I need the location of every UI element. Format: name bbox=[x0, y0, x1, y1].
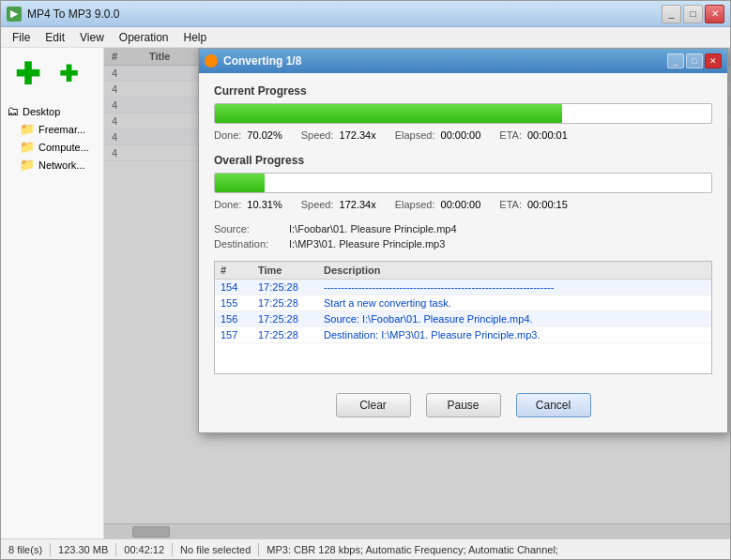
menu-help[interactable]: Help bbox=[176, 29, 215, 46]
log-col-desc: Description bbox=[324, 265, 706, 276]
status-file-size: 123.30 MB bbox=[58, 544, 108, 555]
add-folder-icon: ✚ bbox=[59, 63, 78, 85]
current-done-value: 70.02% bbox=[247, 129, 282, 141]
log-time: 17:25:28 bbox=[258, 281, 324, 293]
overall-progress-info: Done: 10.31% Speed: 172.34x Elapsed: 00:… bbox=[214, 199, 712, 210]
dialog-maximize-button[interactable]: □ bbox=[686, 53, 703, 68]
close-button[interactable]: ✕ bbox=[705, 5, 724, 23]
tree-label-computer: Compute... bbox=[38, 142, 89, 153]
tree-label-freeman: Freemar... bbox=[38, 124, 85, 135]
source-row: Source: I:\Foobar\01. Pleasure Principle… bbox=[214, 223, 712, 235]
log-desc: ----------------------------------------… bbox=[324, 281, 706, 293]
current-progress-bar bbox=[214, 103, 712, 124]
maximize-button[interactable]: □ bbox=[683, 5, 703, 23]
status-file-count: 8 file(s) bbox=[8, 544, 42, 555]
menu-bar: File Edit View Operation Help bbox=[1, 27, 730, 48]
folder-icon-network: 📁 bbox=[20, 158, 35, 172]
current-progress-fill bbox=[215, 104, 562, 123]
current-speed-value: 172.34x bbox=[340, 129, 376, 141]
current-eta: ETA: 00:00:01 bbox=[499, 129, 567, 141]
log-num: 155 bbox=[221, 297, 258, 309]
current-elapsed-value: 00:00:00 bbox=[441, 129, 481, 141]
dialog-body: Current Progress Done: 70.02% Speed: bbox=[199, 73, 727, 432]
current-progress-info: Done: 70.02% Speed: 172.34x Elapsed: 00:… bbox=[214, 129, 712, 141]
log-row-154: 154 17:25:28 ---------------------------… bbox=[215, 280, 711, 295]
log-header: # Time Description bbox=[215, 262, 711, 280]
clear-button[interactable]: Clear bbox=[336, 393, 411, 417]
log-time: 17:25:28 bbox=[258, 313, 324, 325]
add-file-button[interactable]: ✚ bbox=[8, 55, 46, 93]
menu-file[interactable]: File bbox=[5, 29, 38, 46]
dialog-minimize-button[interactable]: _ bbox=[667, 53, 684, 68]
dialog-title-bar: Converting 1/8 _ □ ✕ bbox=[199, 49, 727, 73]
menu-edit[interactable]: Edit bbox=[38, 29, 72, 46]
app-icon: ▶ bbox=[7, 7, 22, 22]
overall-speed-value: 172.34x bbox=[340, 199, 376, 210]
tree-item-computer[interactable]: 📁 Compute... bbox=[5, 138, 99, 156]
menu-view[interactable]: View bbox=[72, 29, 112, 46]
log-time: 17:25:28 bbox=[258, 329, 324, 341]
log-num: 157 bbox=[221, 329, 258, 341]
source-dest-section: Source: I:\Foobar\01. Pleasure Principle… bbox=[214, 223, 712, 250]
dialog-title-icon bbox=[205, 54, 218, 68]
destination-value: I:\MP3\01. Pleasure Principle.mp3 bbox=[289, 238, 445, 250]
tree-item-network[interactable]: 📁 Network... bbox=[5, 156, 99, 174]
log-num: 156 bbox=[221, 313, 258, 325]
log-col-num: # bbox=[221, 265, 258, 276]
status-duration: 00:42:12 bbox=[124, 544, 164, 555]
log-desc: Destination: I:\MP3\01. Pleasure Princip… bbox=[324, 329, 706, 341]
main-window-controls: _ □ ✕ bbox=[662, 5, 724, 23]
current-speed: Speed: 172.34x bbox=[301, 129, 376, 141]
current-eta-value: 00:00:01 bbox=[527, 129, 568, 141]
status-separator bbox=[258, 543, 259, 556]
source-label: Source: bbox=[214, 223, 289, 235]
minimize-button[interactable]: _ bbox=[662, 5, 681, 23]
status-separator bbox=[115, 543, 116, 556]
cancel-button[interactable]: Cancel bbox=[516, 393, 591, 417]
tree-label-network: Network... bbox=[38, 159, 85, 171]
status-separator bbox=[172, 543, 173, 556]
menu-operation[interactable]: Operation bbox=[112, 29, 176, 46]
status-format: MP3: CBR 128 kbps; Automatic Frequency; … bbox=[267, 544, 558, 555]
overall-eta-value: 00:00:15 bbox=[527, 199, 568, 210]
log-col-time: Time bbox=[258, 265, 324, 276]
overall-progress-fill bbox=[215, 174, 265, 192]
tree-item-desktop[interactable]: 🗂 Desktop bbox=[5, 102, 99, 120]
log-row-155: 155 17:25:28 Start a new converting task… bbox=[215, 295, 711, 311]
log-body: 154 17:25:28 ---------------------------… bbox=[215, 280, 711, 373]
overall-progress-label: Overall Progress bbox=[214, 154, 712, 167]
log-row-157: 157 17:25:28 Destination: I:\MP3\01. Ple… bbox=[215, 327, 711, 343]
tree-label-desktop: Desktop bbox=[23, 106, 60, 117]
overall-elapsed-value: 00:00:00 bbox=[441, 199, 481, 210]
dialog-buttons: Clear Pause Cancel bbox=[214, 386, 712, 421]
folder-icon: 🗂 bbox=[7, 104, 19, 118]
current-elapsed: Elapsed: 00:00:00 bbox=[395, 129, 481, 141]
tree-item-freeman[interactable]: 📁 Freemar... bbox=[5, 120, 99, 138]
status-selected-file: No file selected bbox=[180, 544, 251, 555]
add-buttons-container: ✚ ✚ bbox=[5, 55, 99, 93]
overall-done: Done: 10.31% bbox=[214, 199, 282, 210]
log-desc: Start a new converting task. bbox=[324, 297, 706, 309]
overall-elapsed: Elapsed: 00:00:00 bbox=[395, 199, 481, 210]
dialog-close-button[interactable]: ✕ bbox=[705, 53, 722, 68]
log-num: 154 bbox=[221, 281, 258, 293]
add-file-icon: ✚ bbox=[15, 59, 40, 89]
right-panel: # Title Artist 4 Jean-Michel Ja... 4 Jea… bbox=[104, 48, 730, 538]
pause-button[interactable]: Pause bbox=[426, 393, 501, 417]
converting-dialog: Converting 1/8 _ □ ✕ Current Progress bbox=[198, 48, 728, 433]
status-separator bbox=[50, 543, 51, 556]
log-desc: Source: I:\Foobar\01. Pleasure Principle… bbox=[324, 313, 706, 325]
source-value: I:\Foobar\01. Pleasure Principle.mp4 bbox=[289, 223, 457, 235]
main-content-area: ✚ ✚ 🗂 Desktop 📁 Freemar... 📁 Compute... … bbox=[1, 48, 730, 538]
status-bar: 8 file(s) 123.30 MB 00:42:12 No file sel… bbox=[1, 538, 730, 559]
add-folder-button[interactable]: ✚ bbox=[50, 55, 87, 93]
folder-icon-freeman: 📁 bbox=[20, 122, 35, 136]
log-table: # Time Description 154 17:25:28 --------… bbox=[214, 261, 712, 374]
folder-icon-computer: 📁 bbox=[20, 140, 35, 154]
overall-done-value: 10.31% bbox=[247, 199, 282, 210]
sidebar: ✚ ✚ 🗂 Desktop 📁 Freemar... 📁 Compute... … bbox=[1, 48, 104, 538]
overall-progress-bar bbox=[214, 173, 712, 193]
destination-label: Destination: bbox=[214, 238, 289, 250]
main-window: ▶ MP4 To MP3 9.0.0 _ □ ✕ File Edit View … bbox=[0, 0, 731, 560]
main-title-bar: ▶ MP4 To MP3 9.0.0 _ □ ✕ bbox=[1, 1, 730, 27]
